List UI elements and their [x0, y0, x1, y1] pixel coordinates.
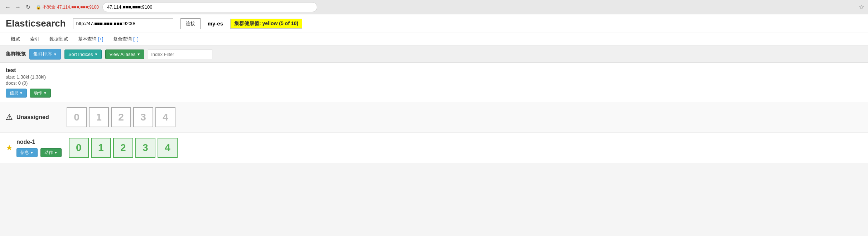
index-info: test size: 1.38ki (1.38ki) docs: 0 (0) 信… [6, 67, 106, 98]
node1-info-button[interactable]: 信息 ▼ [16, 148, 38, 157]
tab-basic-query-label: 基本查询 [78, 36, 97, 42]
index-info-button[interactable]: 信息 ▼ [6, 89, 27, 98]
index-docs: docs: 0 (0) [6, 80, 106, 86]
browser-chrome: ← → ↻ 🔒 不安全 47.114.■■■.■■■:9100 ☆ [0, 0, 868, 14]
chevron-down-icon: ▼ [53, 52, 57, 56]
info-label: 信息 [10, 90, 18, 96]
index-section: test size: 1.38ki (1.38ki) docs: 0 (0) 信… [0, 63, 868, 102]
node1-action-button[interactable]: 动作 ▼ [40, 148, 62, 157]
tab-basic-query-extra[interactable]: [+] [98, 36, 103, 42]
index-action-button[interactable]: 动作 ▼ [30, 89, 51, 98]
node1-label: node-1 [16, 139, 62, 145]
tab-complex-query-extra[interactable]: [+] [133, 36, 139, 42]
shard-box-green-0: 0 [69, 138, 89, 158]
security-text: 不安全 [43, 4, 56, 10]
tab-data-browse[interactable]: 数据浏览 [44, 33, 73, 46]
shard-box-0: 0 [67, 107, 87, 127]
node-row-node1: ★ node-1 信息 ▼ 动作 ▼ 0 1 2 3 4 [0, 133, 868, 163]
index-shards-area [106, 67, 862, 98]
chevron-down-icon: ▼ [54, 151, 58, 155]
cluster-sort-button[interactable]: 集群排序 ▼ [29, 49, 61, 60]
action-label: 动作 [34, 90, 42, 96]
unassigned-shards: 0 1 2 3 4 [67, 107, 175, 127]
security-badge: 🔒 不安全 47.114.■■■.■■■:9100 [36, 4, 99, 10]
nav-tabs: 概览 索引 数据浏览 基本查询 [+] 复合查询 [+] [0, 33, 868, 46]
chevron-down-icon: ▼ [137, 52, 140, 56]
tab-basic-query[interactable]: 基本查询 [+] [73, 33, 108, 46]
node-unassigned-label: Unassigned [16, 114, 59, 121]
shard-box-green-3: 3 [135, 138, 155, 158]
node1-actions: 信息 ▼ 动作 ▼ [16, 148, 62, 157]
shard-box-green-4: 4 [158, 138, 178, 158]
shard-box-green-2: 2 [113, 138, 133, 158]
index-actions: 信息 ▼ 动作 ▼ [6, 89, 106, 98]
chevron-down-icon: ▼ [95, 52, 98, 56]
reload-button[interactable]: ↻ [24, 3, 32, 11]
main-content: test size: 1.38ki (1.38ki) docs: 0 (0) 信… [0, 63, 868, 163]
tab-complex-query[interactable]: 复合查询 [+] [108, 33, 143, 46]
back-button[interactable]: ← [4, 3, 12, 11]
view-aliases-label: View Aliases [109, 52, 135, 57]
tab-index[interactable]: 索引 [25, 33, 44, 46]
connect-button[interactable]: 连接 [180, 18, 201, 29]
cluster-url-input[interactable] [73, 18, 173, 29]
view-aliases-button[interactable]: View Aliases ▼ [105, 49, 144, 59]
index-filter-input[interactable] [148, 49, 212, 59]
app-header: Elasticsearch 连接 my-es 集群健康值: yellow (5 … [0, 14, 868, 33]
tab-complex-query-label: 复合查询 [113, 36, 132, 42]
app-logo: Elasticsearch [6, 18, 66, 29]
chevron-down-icon: ▼ [19, 91, 23, 95]
cluster-overview-label: 集群概览 [6, 51, 26, 57]
nav-buttons: ← → ↻ [4, 3, 32, 11]
warning-icon: ⚠ [6, 113, 13, 122]
forward-button[interactable]: → [14, 3, 22, 11]
shard-box-green-1: 1 [91, 138, 111, 158]
tab-overview[interactable]: 概览 [6, 33, 25, 46]
index-name: test [6, 67, 106, 74]
tab-url: 47.114.■■■.■■■:9100 [57, 5, 99, 10]
address-bar[interactable] [102, 2, 317, 12]
node1-action-label: 动作 [44, 150, 53, 156]
warning-icon: 🔒 [36, 5, 41, 10]
node1-info-label: 信息 [20, 150, 29, 156]
sort-indices-button[interactable]: Sort Indices ▼ [64, 49, 102, 59]
shard-box-4: 4 [155, 107, 175, 127]
node1-shards: 0 1 2 3 4 [69, 138, 178, 158]
chevron-down-icon: ▼ [30, 151, 34, 155]
node-row-unassigned: ⚠ Unassigned 0 1 2 3 4 [0, 102, 868, 133]
shard-box-1: 1 [89, 107, 109, 127]
star-icon: ★ [6, 143, 13, 152]
bookmark-button[interactable]: ☆ [859, 3, 864, 11]
sort-indices-label: Sort Indices [68, 52, 93, 57]
cluster-sort-label: 集群排序 [33, 51, 52, 57]
shard-box-2: 2 [111, 107, 131, 127]
shard-box-3: 3 [133, 107, 153, 127]
node1-info: node-1 信息 ▼ 动作 ▼ [16, 139, 62, 157]
index-size: size: 1.38ki (1.38ki) [6, 74, 106, 80]
health-badge: 集群健康值: yellow (5 of 10) [230, 19, 302, 29]
chevron-down-icon: ▼ [43, 91, 47, 95]
toolbar: 集群概览 集群排序 ▼ Sort Indices ▼ View Aliases … [0, 46, 868, 63]
cluster-name: my-es [208, 20, 223, 27]
